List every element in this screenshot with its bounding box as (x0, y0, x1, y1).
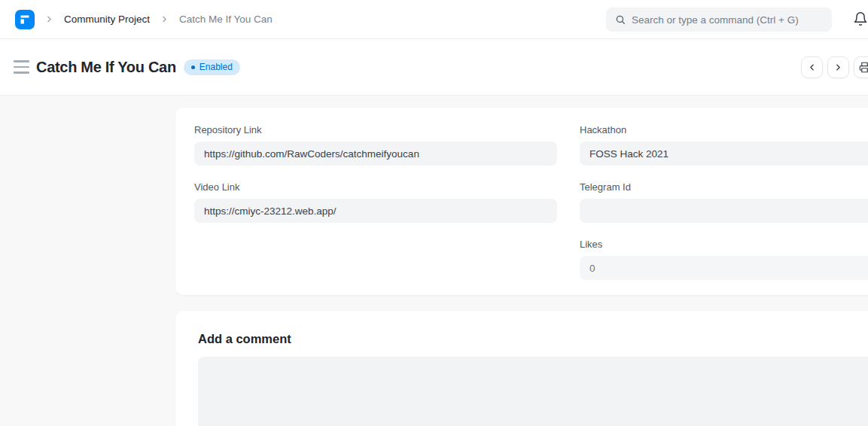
repository-link-input[interactable] (194, 141, 557, 166)
telegram-id-input[interactable] (580, 199, 868, 223)
comment-input[interactable] (198, 357, 868, 426)
chevron-right-icon (833, 62, 843, 72)
frappe-logo-icon (19, 14, 31, 26)
status-badge: Enabled (184, 59, 240, 75)
menu-icon (14, 60, 29, 62)
navbar: Community Project Catch Me If You Can (0, 0, 868, 39)
hackathon-input[interactable] (580, 141, 868, 166)
likes-input[interactable] (580, 256, 868, 280)
status-badge-label: Enabled (199, 62, 233, 72)
breadcrumb: Community Project Catch Me If You Can (35, 14, 273, 25)
chevron-right-icon (44, 14, 54, 24)
app-logo[interactable] (15, 10, 35, 29)
menu-icon (14, 72, 29, 74)
app-window: Community Project Catch Me If You Can (0, 0, 868, 426)
page-title: Catch Me If You Can (36, 59, 176, 76)
chevron-right-icon (160, 14, 169, 24)
field-label: Repository Link (194, 124, 557, 135)
printer-icon (859, 62, 868, 73)
previous-document-button[interactable] (801, 56, 823, 78)
field-label: Video Link (194, 181, 557, 193)
telegram-id-field: Telegram Id (580, 181, 868, 223)
form-column-right: Hackathon Telegram Id Likes (580, 124, 868, 278)
comments-section-card: Add a comment (175, 311, 868, 426)
search-icon (615, 14, 626, 25)
search-input[interactable] (632, 14, 823, 26)
form-column-left: Repository Link Video Link (194, 124, 557, 278)
comments-heading: Add a comment (198, 332, 868, 346)
chevron-left-icon (807, 62, 817, 72)
field-label: Telegram Id (580, 181, 868, 193)
repository-link-field: Repository Link (194, 124, 557, 166)
next-document-button[interactable] (827, 56, 849, 78)
breadcrumb-item-community-project[interactable]: Community Project (64, 14, 150, 25)
notifications-button[interactable] (853, 11, 868, 28)
global-search[interactable] (606, 8, 832, 32)
print-button[interactable] (854, 56, 868, 78)
menu-icon (14, 66, 29, 68)
page-header: Catch Me If You Can Enabled (0, 39, 868, 96)
hackathon-field: Hackathon (580, 124, 868, 166)
bell-icon (853, 11, 868, 26)
form-section-card: Repository Link Video Link Hackathon Tel… (175, 108, 868, 295)
sidebar-toggle-button[interactable] (14, 60, 30, 74)
breadcrumb-item-catch-me-if-you-can[interactable]: Catch Me If You Can (179, 14, 273, 25)
page-body: Repository Link Video Link Hackathon Tel… (0, 96, 868, 426)
status-dot-icon (191, 65, 195, 69)
field-label: Hackathon (580, 124, 868, 135)
likes-field: Likes (580, 239, 868, 280)
field-label: Likes (580, 239, 868, 250)
video-link-input[interactable] (194, 199, 557, 223)
video-link-field: Video Link (194, 181, 557, 223)
